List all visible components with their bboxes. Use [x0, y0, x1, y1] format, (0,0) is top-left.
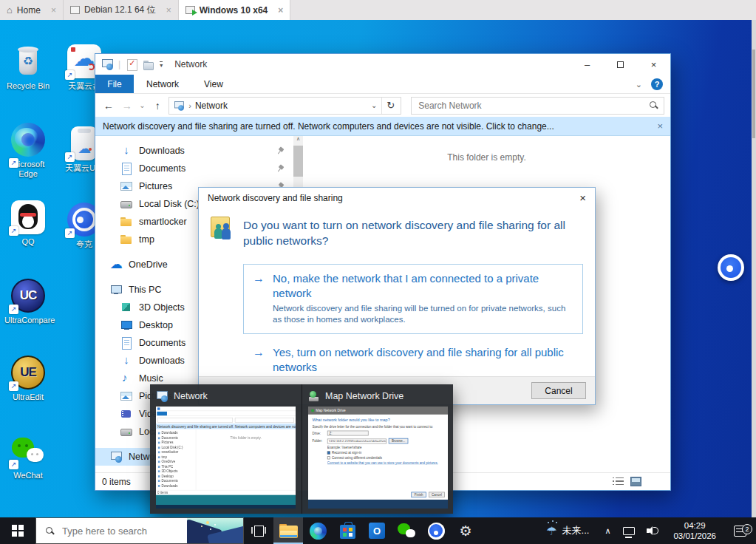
- vm-tab-debian-12-1-64[interactable]: Debian 12.1 64 位×: [64, 0, 179, 20]
- desktop-icon-label: UltraCompare: [4, 316, 52, 325]
- taskbar-search-input[interactable]: [61, 525, 164, 537]
- clock[interactable]: 04:29 03/01/2026: [666, 520, 723, 541]
- address-dropdown-icon[interactable]: ⌄: [367, 101, 381, 109]
- tab-file[interactable]: File: [95, 75, 134, 93]
- home-icon: ⌂: [7, 4, 13, 16]
- desktop-icon-ultraedit[interactable]: UE↗UltraEdit: [4, 356, 52, 402]
- recent-locations-icon[interactable]: ⌄: [138, 101, 147, 109]
- quark-assistant-ball[interactable]: [718, 254, 744, 281]
- vm-tab-label: Debian 12.1 64 位: [84, 4, 156, 16]
- scrollbar-thumb[interactable]: [293, 146, 303, 177]
- nav-item-label: Downloads: [139, 356, 185, 366]
- desktop-icon-qq[interactable]: ↗QQ: [4, 200, 52, 247]
- vm-icon: [70, 6, 80, 14]
- back-button[interactable]: ←: [101, 100, 116, 112]
- page-icon: [120, 163, 132, 174]
- refresh-icon[interactable]: ↻: [382, 100, 399, 111]
- scroll-up-icon[interactable]: ∧: [296, 136, 300, 142]
- breadcrumb[interactable]: Network: [195, 101, 228, 111]
- address-bar[interactable]: › Network ⌄ ↻: [168, 97, 401, 115]
- notification-badge: 2: [742, 524, 752, 534]
- minimize-button[interactable]: –: [571, 54, 604, 75]
- map-drive-window-thumbnail[interactable]: Map Network Drive What network folder wo…: [308, 407, 448, 509]
- taskbar-preview-popup: Network Network discovery and file shari…: [150, 384, 453, 514]
- network-window-thumbnail[interactable]: Network discovery and file sharing are t…: [156, 407, 296, 509]
- shortcut-arrow-icon: ↗: [65, 152, 75, 162]
- desktop-icon-microsoft-edge[interactable]: ↗Microsoft Edge: [4, 123, 52, 179]
- search-input[interactable]: [417, 100, 649, 112]
- start-button[interactable]: [0, 517, 35, 544]
- outlook-button[interactable]: O: [362, 517, 392, 544]
- customize-toolbar-icon[interactable]: ▾: [160, 61, 163, 68]
- up-button[interactable]: ↑: [150, 100, 165, 112]
- tray-expand-icon[interactable]: ∧: [598, 526, 617, 536]
- properties-icon[interactable]: [126, 58, 137, 70]
- pic-icon: [120, 180, 132, 192]
- action-center-button[interactable]: 2: [723, 526, 756, 537]
- option-private-network[interactable]: → No, make the network that I am connect…: [243, 264, 583, 334]
- preview-network[interactable]: Network Network discovery and file shari…: [150, 384, 302, 514]
- wechat-button[interactable]: [392, 517, 421, 544]
- forward-button[interactable]: →: [120, 100, 134, 112]
- vm-tab-windows-10-x64[interactable]: Windows 10 x64×: [179, 0, 291, 20]
- close-button[interactable]: ×: [637, 54, 670, 75]
- desktop-icon-label: UltraEdit: [4, 392, 52, 402]
- tab-close-icon[interactable]: ×: [51, 5, 56, 16]
- notification-close-icon[interactable]: ×: [657, 120, 663, 132]
- new-folder-icon[interactable]: [143, 58, 154, 70]
- shortcut-arrow-icon: ↗: [9, 305, 18, 314]
- tab-close-icon[interactable]: ×: [278, 5, 283, 16]
- dialog-titlebar[interactable]: Network discovery and file sharing ×: [199, 188, 595, 208]
- network-tray-icon[interactable]: [623, 527, 635, 535]
- tab-close-icon[interactable]: ×: [166, 5, 171, 16]
- nav-item-label: smartlocker: [139, 217, 187, 227]
- dialog-close-icon[interactable]: ×: [579, 191, 586, 204]
- tab-view[interactable]: View: [191, 75, 236, 93]
- file-explorer-icon: [279, 524, 298, 538]
- umbrella-weather-icon: ☂: [546, 524, 556, 538]
- desktop-icon-ultracompare[interactable]: UC↗UltraCompare: [4, 279, 52, 325]
- option-title: Yes, turn on network discovery and file …: [273, 345, 590, 375]
- edge-button[interactable]: [303, 517, 333, 544]
- nav-item-label: Desktop: [139, 320, 173, 330]
- desktop-icon-wechat[interactable]: ↗WeChat: [4, 434, 52, 480]
- tab-network[interactable]: Network: [134, 75, 191, 93]
- gear-icon: ⚙: [459, 524, 471, 538]
- details-view-icon[interactable]: [613, 477, 624, 486]
- vm-tab-home[interactable]: ⌂Home×: [0, 0, 64, 20]
- search-highlight-image[interactable]: [187, 518, 243, 543]
- option-public-network[interactable]: → Yes, turn on network discovery and fil…: [243, 345, 593, 375]
- notification-bar[interactable]: Network discovery and file sharing are t…: [95, 117, 670, 136]
- task-view-button[interactable]: [244, 517, 273, 544]
- expand-ribbon-icon[interactable]: ⌄: [636, 80, 642, 89]
- taskbar-search[interactable]: [35, 517, 244, 544]
- settings-button[interactable]: ⚙: [451, 517, 480, 544]
- large-icons-view-icon[interactable]: [630, 477, 641, 486]
- nav-item-label: Music: [139, 373, 163, 384]
- nav-item-documents[interactable]: Documents: [95, 160, 293, 177]
- nav-item-downloads[interactable]: Downloads: [95, 142, 293, 160]
- explorer-titlebar[interactable]: | ▾ Network – ×: [95, 54, 670, 75]
- weather-widget[interactable]: ☂ 未来...: [537, 524, 598, 538]
- folder-icon: [120, 234, 132, 245]
- help-icon[interactable]: ?: [651, 78, 663, 90]
- preview-title: Network: [174, 391, 208, 401]
- date: 03/01/2026: [673, 531, 716, 541]
- desktop-icon-recycle-bin[interactable]: Recycle Bin: [4, 44, 52, 91]
- network-icon: [156, 390, 168, 402]
- notification-text: Network discovery and file sharing are t…: [103, 121, 554, 132]
- shortcut-arrow-icon: ↗: [65, 228, 75, 238]
- maximize-button[interactable]: [604, 54, 637, 75]
- search-icon[interactable]: [649, 101, 658, 110]
- quark-button[interactable]: [421, 517, 451, 544]
- folder-icon: [120, 216, 132, 228]
- console-scrollbar[interactable]: [752, 20, 756, 517]
- preview-map-network-drive[interactable]: Map Network Drive Map Network Drive What…: [302, 384, 453, 514]
- down-icon: [120, 355, 132, 367]
- cancel-button[interactable]: Cancel: [531, 382, 586, 399]
- shortcut-arrow-icon: ↗: [65, 70, 75, 80]
- volume-icon[interactable]: [647, 525, 660, 537]
- store-button[interactable]: [333, 517, 362, 544]
- file-explorer-button[interactable]: [273, 517, 303, 544]
- search-box[interactable]: [411, 97, 664, 115]
